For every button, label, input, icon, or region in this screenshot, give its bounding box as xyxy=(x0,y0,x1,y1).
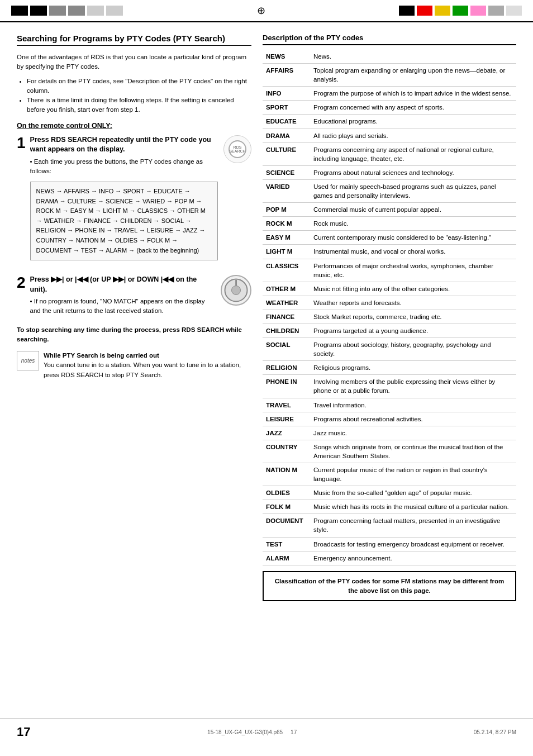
pty-description: Current popular music of the nation or r… xyxy=(310,463,516,486)
header-color-blocks xyxy=(399,6,522,16)
pty-table-title: Description of the PTY codes xyxy=(263,34,516,45)
pty-table-row: SCIENCEPrograms about natural sciences a… xyxy=(263,165,516,179)
pty-table-row: CHILDRENPrograms targeted at a young aud… xyxy=(263,324,516,337)
step-2-body: • If no program is found, "NO MATCH" app… xyxy=(30,297,215,316)
pty-table-row: LIGHT MInstrumental music, and vocal or … xyxy=(263,245,516,259)
color-block-pink xyxy=(470,6,486,16)
color-block-yellow xyxy=(435,6,450,16)
pty-table-row: CULTUREPrograms concerning any aspect of… xyxy=(263,142,516,165)
compass-symbol: ⊕ xyxy=(257,4,265,17)
pty-code: OLDIES xyxy=(263,486,310,500)
pty-table-row: NEWSNews. xyxy=(263,50,516,64)
pty-description: Performances of major orchestral works, … xyxy=(310,259,516,282)
step-2-content: Press ▶▶| or |◀◀ (or UP ▶▶| or DOWN |◀◀ … xyxy=(30,275,215,316)
pty-table-row: CLASSICSPerformances of major orchestral… xyxy=(263,259,516,282)
color-block-gray xyxy=(488,6,504,16)
header-block-5 xyxy=(87,6,104,16)
pty-code: OTHER M xyxy=(263,282,310,296)
pty-code: LEISURE xyxy=(263,412,310,426)
header-block-2 xyxy=(30,6,47,16)
pty-description: Religious programs. xyxy=(310,361,516,375)
footer-filename: 15-18_UX-G4_UX-G3(0)4.p65 xyxy=(207,729,283,735)
pty-description: Involving members of the public expressi… xyxy=(310,375,516,398)
color-block-black xyxy=(399,6,415,16)
pty-description: News. xyxy=(310,50,516,64)
pty-description: Programs concerning any aspect of nation… xyxy=(310,142,516,165)
pty-code: SOCIAL xyxy=(263,338,310,361)
pty-description: Programs about recreational activities. xyxy=(310,412,516,426)
step-1-body: • Each time you press the buttons, the P… xyxy=(30,157,218,177)
pty-code: NEWS xyxy=(263,50,310,64)
header-compass: ⊕ xyxy=(123,4,399,17)
pty-table-row: TESTBroadcasts for testing emergency bro… xyxy=(263,537,516,551)
pty-table-row: INFOProgram the purpose of which is to i… xyxy=(263,87,516,101)
pty-description: Broadcasts for testing emergency broadca… xyxy=(310,537,516,551)
header-block-1 xyxy=(11,6,28,16)
pty-description: Rock music. xyxy=(310,217,516,231)
bullet-item-1: For details on the PTY codes, see "Descr… xyxy=(27,77,251,96)
pty-description: Travel information. xyxy=(310,398,516,412)
pty-table-row: TRAVELTravel information. xyxy=(263,398,516,412)
pty-table-row: WEATHERWeather reports and forecasts. xyxy=(263,296,516,310)
step-1-content: Press RDS SEARCH repeatedly until the PT… xyxy=(30,135,218,267)
notes-body: You cannot tune in to a station. When yo… xyxy=(44,360,251,380)
pty-table-row: PHONE INInvolving members of the public … xyxy=(263,375,516,398)
pty-description: Jazz music. xyxy=(310,426,516,440)
pty-description: Program concerning factual matters, pres… xyxy=(310,514,516,537)
pty-description: Current contemporary music considered to… xyxy=(310,231,516,245)
pty-table-row: EDUCATEEducational programs. xyxy=(263,115,516,129)
pty-code: PHONE IN xyxy=(263,375,310,398)
classification-note: Classification of the PTY codes for some… xyxy=(263,571,516,602)
header-block-6 xyxy=(106,6,123,16)
svg-point-1 xyxy=(232,286,241,295)
notes-icon: notes xyxy=(17,351,39,370)
pty-description: Topical program expanding or enlarging u… xyxy=(310,64,516,87)
pty-description: Commercial music of current popular appe… xyxy=(310,203,516,217)
pty-description: Emergency announcement. xyxy=(310,551,516,565)
pty-description: All radio plays and serials. xyxy=(310,129,516,142)
notes-box: notes While PTY Search is being carried … xyxy=(17,351,251,380)
pty-code: TEST xyxy=(263,537,310,551)
pty-description: Songs which originate from, or continue … xyxy=(310,440,516,463)
remote-title: On the remote control ONLY: xyxy=(17,122,251,130)
pty-table-row: NATION MCurrent popular music of the nat… xyxy=(263,463,516,486)
pty-code: WEATHER xyxy=(263,296,310,310)
left-column: Searching for Programs by PTY Codes (PTY… xyxy=(17,34,251,601)
pty-table-row: DRAMAAll radio plays and serials. xyxy=(263,129,516,142)
pty-code: VARIED xyxy=(263,179,310,202)
header-block-4 xyxy=(68,6,85,16)
pty-code: FINANCE xyxy=(263,310,310,324)
pty-code: ROCK M xyxy=(263,217,310,231)
step-1-number: 1 xyxy=(17,135,26,151)
rds-search-label: RDS SEARCH xyxy=(229,145,245,153)
pty-code: CULTURE xyxy=(263,142,310,165)
step-2: 2 Press ▶▶| or |◀◀ (or UP ▶▶| or DOWN |◀… xyxy=(17,275,251,316)
pty-code: CLASSICS xyxy=(263,259,310,282)
color-block-green xyxy=(453,6,468,16)
pty-code: FOLK M xyxy=(263,500,310,514)
pty-code: NATION M xyxy=(263,463,310,486)
notes-title: While PTY Search is being carried out xyxy=(44,351,251,360)
pty-code: EASY M xyxy=(263,231,310,245)
pty-sequence-box: NEWS → AFFAIRS → INFO → SPORT → EDUCATE … xyxy=(30,182,218,260)
footer-file-info: 15-18_UX-G4_UX-G3(0)4.p65 17 xyxy=(207,729,297,735)
pty-description: Stock Market reports, commerce, trading … xyxy=(310,310,516,324)
stop-note: To stop searching any time during the pr… xyxy=(17,325,251,345)
right-column: Description of the PTY codes NEWSNews.AF… xyxy=(263,34,516,601)
pty-description: Used for mainly speech-based programs su… xyxy=(310,179,516,202)
footer-date: 05.2.14, 8:27 PM xyxy=(474,729,516,735)
pty-table-row: POP MCommercial music of current popular… xyxy=(263,203,516,217)
step-1-title: Press RDS SEARCH repeatedly until the PT… xyxy=(30,135,218,155)
notes-content: While PTY Search is being carried out Yo… xyxy=(44,351,251,380)
pty-code: AFFAIRS xyxy=(263,64,310,87)
pty-code: JAZZ xyxy=(263,426,310,440)
pty-table-row: JAZZJazz music. xyxy=(263,426,516,440)
pty-table-row: SPORTProgram concerned with any aspect o… xyxy=(263,101,516,115)
pty-description: Music which has its roots in the musical… xyxy=(310,500,516,514)
step-2-title: Press ▶▶| or |◀◀ (or UP ▶▶| or DOWN |◀◀ … xyxy=(30,275,215,294)
pty-code: POP M xyxy=(263,203,310,217)
header-block-3 xyxy=(49,6,66,16)
pty-code: CHILDREN xyxy=(263,324,310,337)
pty-description: Educational programs. xyxy=(310,115,516,129)
pty-table-row: LEISUREPrograms about recreational activ… xyxy=(263,412,516,426)
